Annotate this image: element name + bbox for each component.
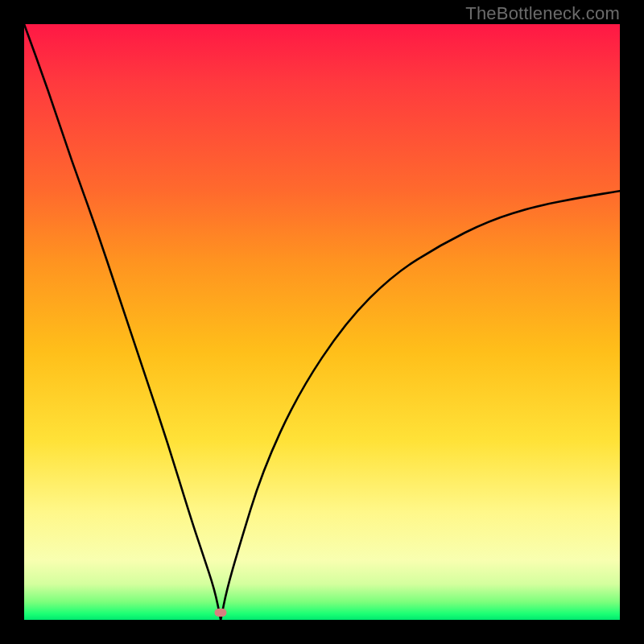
optimal-point-marker <box>215 609 227 617</box>
bottleneck-curve <box>24 24 620 620</box>
watermark-text: TheBottleneck.com <box>465 3 620 24</box>
curve-path <box>24 24 620 620</box>
chart-frame: TheBottleneck.com <box>0 0 644 644</box>
plot-area <box>24 24 620 620</box>
